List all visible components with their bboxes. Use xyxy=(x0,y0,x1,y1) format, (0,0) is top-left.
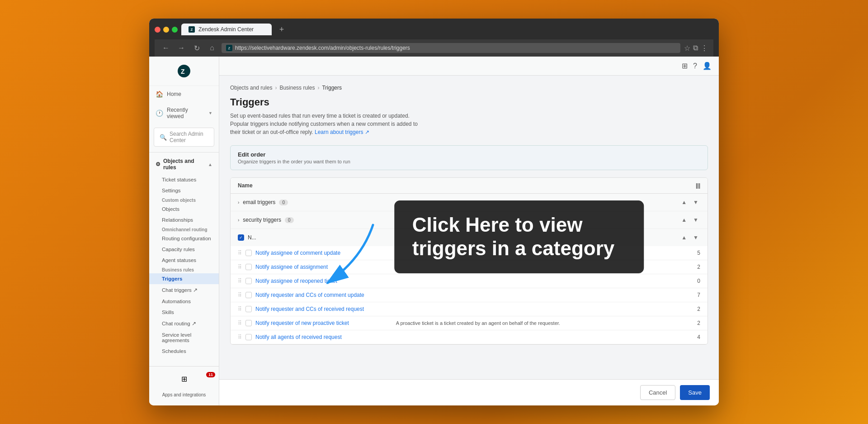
notify-group-checkbox[interactable]: ✓ xyxy=(238,234,244,241)
sidebar-item-agent-statuses[interactable]: Agent statuses xyxy=(149,255,219,266)
objects-rules-icon: ⚙ xyxy=(156,161,160,167)
trigger-row-4-name[interactable]: Notify requester and CCs of comment upda… xyxy=(255,292,392,298)
drag-handle-icon[interactable]: ⠿ xyxy=(238,264,242,270)
sidebar-item-routing-configuration[interactable]: Routing configuration xyxy=(149,233,219,244)
save-button[interactable]: Save xyxy=(680,385,710,400)
sidebar-bottom: ⊞ 11 Apps and integrations xyxy=(149,366,219,405)
traffic-lights xyxy=(155,27,178,33)
sidebar: Z 🏠 Home 🕐 Recently viewed ▼ 🔍 Search Ad… xyxy=(149,57,219,405)
sidebar-item-ticket-statuses[interactable]: Ticket statuses xyxy=(149,174,219,185)
sidebar-item-settings[interactable]: Settings xyxy=(149,185,219,196)
drag-handle-icon[interactable]: ⠿ xyxy=(238,320,242,326)
security-triggers-label: security triggers xyxy=(243,217,281,223)
trigger-row-2-name[interactable]: Notify assignee of assignment xyxy=(255,264,392,270)
recently-viewed-label: Recently viewed xyxy=(167,107,205,119)
search-placeholder-text: Search Admin Center xyxy=(170,131,208,143)
email-group-down-button[interactable]: ▼ xyxy=(691,198,700,206)
trigger-row-6-name[interactable]: Notify requester of new proactive ticket xyxy=(255,320,392,326)
row-2-checkbox[interactable] xyxy=(245,264,252,270)
breadcrumb-sep-1: › xyxy=(275,85,277,91)
maximize-button[interactable] xyxy=(172,27,178,33)
zendesk-logo-icon: Z xyxy=(177,64,191,78)
table-header: Name ||| xyxy=(231,178,708,194)
sidebar-item-schedules[interactable]: Schedules xyxy=(149,346,219,357)
row-6-checkbox[interactable] xyxy=(245,320,252,326)
sidebar-item-sla[interactable]: Service level agreements xyxy=(149,329,219,346)
trigger-row-7-name[interactable]: Notify all agents of received request xyxy=(255,334,392,340)
notify-group-up-button[interactable]: ▲ xyxy=(679,233,689,242)
refresh-button[interactable]: ↻ xyxy=(191,42,203,54)
sidebar-item-skills[interactable]: Skills xyxy=(149,307,219,318)
chevron-down-icon: ▼ xyxy=(208,111,212,115)
grid-icon[interactable]: ⊞ xyxy=(682,62,688,70)
back-button[interactable]: ← xyxy=(160,42,172,54)
omnichannel-routing-header: Omnichannel routing xyxy=(149,225,219,233)
custom-objects-header: Custom objects xyxy=(149,196,219,204)
home-button[interactable]: ⌂ xyxy=(206,42,218,54)
sidebar-item-objects[interactable]: Objects xyxy=(149,204,219,214)
edit-order-description: Organize triggers in the order you want … xyxy=(238,159,350,164)
sidebar-item-triggers[interactable]: Triggers xyxy=(149,273,219,284)
notify-group-down-button[interactable]: ▼ xyxy=(691,233,700,242)
breadcrumb-objects-rules[interactable]: Objects and rules xyxy=(230,85,272,91)
content-wrapper: Objects and rules › Business rules › Tri… xyxy=(219,76,719,405)
sidebar-item-apps-integrations[interactable]: ⊞ 11 xyxy=(149,370,219,388)
security-group-down-button[interactable]: ▼ xyxy=(691,216,700,224)
active-tab[interactable]: Z Zendesk Admin Center xyxy=(181,24,272,35)
sidebar-section-header-objects-rules[interactable]: ⚙ Objects and rules ▲ xyxy=(149,154,219,174)
content-area: Objects and rules › Business rules › Tri… xyxy=(219,76,719,379)
sidebar-item-recently-viewed[interactable]: 🕐 Recently viewed ▼ xyxy=(149,102,219,124)
menu-icon[interactable]: ⋮ xyxy=(701,44,708,52)
breadcrumb-business-rules[interactable]: Business rules xyxy=(279,85,315,91)
trigger-row-5-name[interactable]: Notify requester and CCs of received req… xyxy=(255,306,392,312)
security-group-up-button[interactable]: ▲ xyxy=(679,216,689,224)
email-group-up-button[interactable]: ▲ xyxy=(679,198,689,206)
drag-handle-icon[interactable]: ⠿ xyxy=(238,278,242,284)
trigger-group-header-email[interactable]: › email triggers 0 ▲ ▼ xyxy=(231,194,708,211)
sidebar-item-apps-label[interactable]: Apps and integrations xyxy=(149,388,219,402)
address-bar[interactable]: Z https://selectivehardware.zendesk.com/… xyxy=(222,43,680,53)
user-icon[interactable]: 👤 xyxy=(703,62,712,70)
row-5-checkbox[interactable] xyxy=(245,306,252,312)
chevron-right-icon: › xyxy=(238,200,239,205)
sidebar-item-automations[interactable]: Automations xyxy=(149,296,219,307)
new-tab-button[interactable]: + xyxy=(275,23,288,36)
apps-integrations-label: Apps and integrations xyxy=(162,392,206,397)
sidebar-item-relationships[interactable]: Relationships xyxy=(149,214,219,225)
forward-button[interactable]: → xyxy=(175,42,187,54)
drag-handle-icon[interactable]: ⠿ xyxy=(238,292,242,298)
notify-triggers-label: N... xyxy=(248,234,256,241)
row-4-checkbox[interactable] xyxy=(245,292,252,298)
breadcrumb: Objects and rules › Business rules › Tri… xyxy=(230,85,708,91)
cancel-button[interactable]: Cancel xyxy=(640,385,675,400)
sidebar-item-chat-triggers[interactable]: Chat triggers ↗ xyxy=(149,284,219,296)
sidebar-item-chat-routing[interactable]: Chat routing ↗ xyxy=(149,318,219,329)
close-button[interactable] xyxy=(155,27,160,33)
drag-handle-icon[interactable]: ⠿ xyxy=(238,250,242,256)
row-7-checkbox[interactable] xyxy=(245,334,252,340)
row-1-checkbox[interactable] xyxy=(245,250,252,256)
trigger-row-1-name[interactable]: Notify assignee of comment update xyxy=(255,250,392,256)
drag-handle-icon[interactable]: ⠿ xyxy=(238,306,242,312)
table-row: ⠿ Notify assignee of reopened ticket 0 xyxy=(231,274,708,288)
trigger-group-header-security[interactable]: › security triggers 0 ▲ ▼ xyxy=(231,211,708,229)
extensions-icon[interactable]: ⧉ xyxy=(693,44,698,52)
drag-handle-icon[interactable]: ⠿ xyxy=(238,334,242,340)
chevron-right-icon-2: › xyxy=(238,218,239,223)
sidebar-logo: Z xyxy=(149,57,219,86)
trigger-row-3-name[interactable]: Notify assignee of reopened ticket xyxy=(255,278,392,284)
help-icon[interactable]: ? xyxy=(693,62,697,70)
sidebar-item-home[interactable]: 🏠 Home xyxy=(149,86,219,102)
bookmark-icon[interactable]: ☆ xyxy=(684,44,690,52)
row-3-checkbox[interactable] xyxy=(245,278,252,284)
sidebar-section-objects-rules: ⚙ Objects and rules ▲ Ticket statuses Se… xyxy=(149,154,219,357)
home-label: Home xyxy=(167,91,181,97)
minimize-button[interactable] xyxy=(163,27,169,33)
column-sort-icon[interactable]: ||| xyxy=(696,182,700,189)
table-row: ⠿ Notify requester of new proactive tick… xyxy=(231,316,708,330)
learn-about-triggers-link[interactable]: Learn about triggers ↗ xyxy=(315,129,369,135)
trigger-group-header-notify[interactable]: ✓ N... ▲ ▼ xyxy=(231,229,708,246)
business-rules-header: Business rules xyxy=(149,266,219,273)
sidebar-item-capacity-rules[interactable]: Capacity rules xyxy=(149,244,219,255)
search-bar[interactable]: 🔍 Search Admin Center xyxy=(154,128,214,147)
